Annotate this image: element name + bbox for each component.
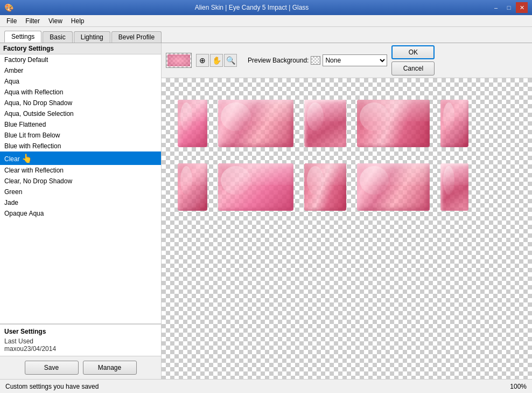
window-title: Alien Skin | Eye Candy 5 Impact | Glass: [13, 4, 490, 11]
list-item[interactable]: Aqua, Outside Selection: [0, 108, 161, 119]
list-item[interactable]: Blue with Reflection: [0, 141, 161, 151]
zoom-icon[interactable]: ⊕: [196, 54, 209, 67]
glass-preview-3: [304, 100, 346, 147]
glass-preview-5: [440, 100, 468, 147]
status-left: Custom settings you have saved: [5, 383, 99, 390]
status-right: 100%: [510, 383, 527, 390]
user-settings-section: User Settings Last Used maxou23/04/2014: [0, 324, 161, 356]
main-content: Settings Basic Lighting Bevel Profile Fa…: [0, 27, 532, 379]
zoom-out-icon[interactable]: 🔍: [224, 54, 237, 67]
tab-lighting[interactable]: Lighting: [74, 31, 110, 43]
list-item[interactable]: Factory Default: [0, 54, 161, 65]
right-panel: ⊕ ✋ 🔍 Preview Background: None White Bla…: [162, 43, 532, 379]
user-settings-content: Last Used maxou23/04/2014: [4, 337, 157, 353]
toolbar-icons: ⊕ ✋ 🔍: [196, 54, 237, 67]
list-item[interactable]: Aqua with Reflection: [0, 87, 161, 98]
user-settings-header: User Settings: [4, 328, 157, 335]
glass-preview-10: [440, 163, 468, 211]
glass-preview-6: [178, 163, 207, 211]
bg-color-swatch[interactable]: [311, 56, 320, 65]
glass-row-1: [162, 94, 532, 153]
glass-preview-8: [304, 163, 346, 211]
menu-file[interactable]: File: [2, 16, 21, 26]
manage-button[interactable]: Manage: [83, 361, 137, 375]
list-item[interactable]: Blue Flattened: [0, 119, 161, 130]
cancel-button[interactable]: Cancel: [391, 61, 435, 75]
content-area: Factory Settings Factory Default Amber A…: [0, 43, 532, 379]
ok-button[interactable]: OK: [391, 45, 435, 59]
left-panel: Factory Settings Factory Default Amber A…: [0, 43, 162, 379]
list-item[interactable]: Green: [0, 187, 161, 197]
close-button[interactable]: ✕: [516, 2, 528, 13]
minimize-button[interactable]: –: [490, 2, 502, 13]
titlebar: 🎨 Alien Skin | Eye Candy 5 Impact | Glas…: [0, 0, 532, 15]
list-item-selected[interactable]: Clear 👆: [0, 151, 161, 165]
tab-bevel-profile[interactable]: Bevel Profile: [111, 31, 162, 43]
hand-tool-icon[interactable]: ✋: [210, 54, 223, 67]
menubar: File Filter View Help: [0, 15, 532, 27]
preview-thumbnail: [166, 53, 192, 68]
presets-list-container[interactable]: Factory Default Amber Aqua Aqua with Ref…: [0, 54, 161, 323]
list-item[interactable]: Amber: [0, 65, 161, 76]
presets-list: Factory Default Amber Aqua Aqua with Ref…: [0, 54, 161, 219]
presets-header: Factory Settings: [0, 43, 161, 54]
statusbar: Custom settings you have saved 100%: [0, 379, 532, 393]
left-buttons: Save Manage: [0, 356, 161, 379]
glass-preview-2: [218, 100, 293, 147]
glass-preview-1: [178, 100, 207, 147]
tab-settings[interactable]: Settings: [4, 31, 41, 43]
list-item[interactable]: Blue Lit from Below: [0, 130, 161, 141]
list-item[interactable]: Aqua: [0, 76, 161, 87]
preview-bg-label: Preview Background:: [248, 57, 309, 64]
list-item[interactable]: Jade: [0, 197, 161, 208]
glass-preview-4: [357, 100, 430, 147]
menu-view[interactable]: View: [44, 16, 67, 26]
menu-filter[interactable]: Filter: [21, 16, 44, 26]
preview-thumb-inner: [167, 54, 190, 66]
glass-preview-9: [357, 163, 430, 211]
preview-canvas: [162, 78, 532, 379]
last-used-label: Last Used: [4, 337, 157, 345]
presets-section: Factory Settings Factory Default Amber A…: [0, 43, 161, 324]
app-icon: 🎨: [4, 3, 13, 12]
preview-bg-select[interactable]: None White Black Custom: [323, 54, 387, 66]
maximize-button[interactable]: □: [503, 2, 515, 13]
list-item[interactable]: Opaque Aqua: [0, 208, 161, 219]
glass-row-2: [162, 158, 532, 216]
save-button[interactable]: Save: [25, 361, 79, 375]
list-item[interactable]: Clear, No Drop Shadow: [0, 176, 161, 187]
tab-basic[interactable]: Basic: [43, 31, 72, 43]
menu-help[interactable]: Help: [67, 16, 89, 26]
hand-cursor-icon: 👆: [22, 153, 32, 163]
tabs-row: Settings Basic Lighting Bevel Profile: [0, 27, 532, 43]
window-controls: – □ ✕: [490, 2, 528, 13]
list-item[interactable]: Aqua, No Drop Shadow: [0, 98, 161, 108]
list-item[interactable]: Clear with Reflection: [0, 165, 161, 176]
ok-cancel-area: OK Cancel: [391, 45, 435, 75]
preview-header: ⊕ ✋ 🔍 Preview Background: None White Bla…: [162, 43, 532, 78]
last-used-value: maxou23/04/2014: [4, 345, 157, 353]
glass-preview-7: [218, 163, 293, 211]
